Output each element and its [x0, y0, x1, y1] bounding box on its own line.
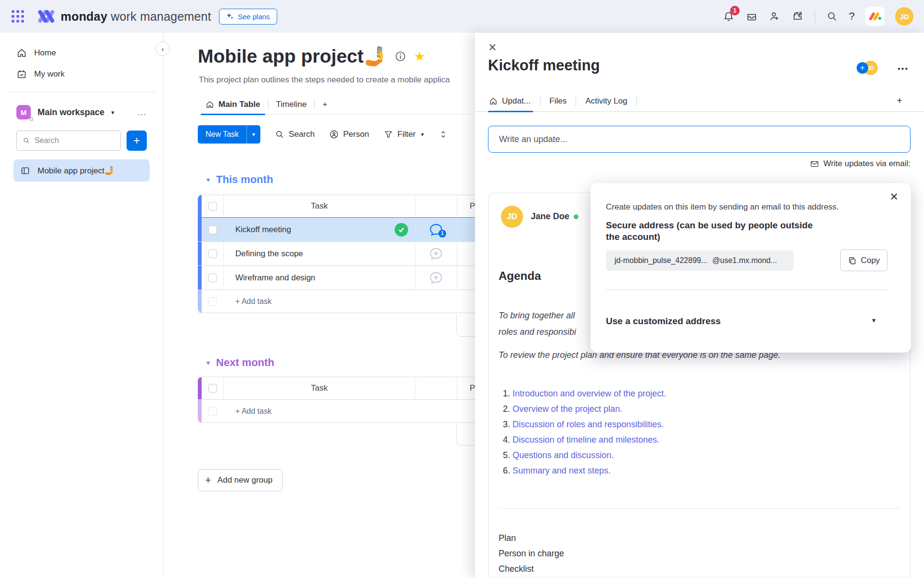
calendar-check-icon [16, 69, 27, 79]
sidebar-search-box[interactable] [16, 131, 121, 151]
tab-timeline[interactable]: Timeline [269, 94, 315, 115]
tab-main-table[interactable]: Main Table [198, 94, 268, 115]
agenda-link[interactable]: Introduction and overview of the project… [513, 389, 666, 398]
agenda-list: Introduction and overview of the project… [503, 386, 666, 478]
add-subscriber-icon[interactable]: + [857, 62, 868, 74]
secure-email-address[interactable]: jd-mobbin_pulse_422899... @use1.mx.mond.… [606, 250, 794, 271]
add-update-bubble-icon[interactable] [429, 271, 443, 285]
add-task-row[interactable]: + Add task [198, 289, 475, 313]
tab-activity-log[interactable]: Activity Log [578, 91, 634, 112]
updates-column-header [415, 377, 457, 399]
info-icon[interactable] [395, 51, 406, 62]
popup-divider [606, 289, 887, 290]
agenda-link[interactable]: Questions and discussion. [513, 450, 614, 460]
filter-button[interactable]: Filter ▾ [384, 130, 424, 139]
sort-button[interactable] [438, 130, 448, 139]
sidebar-item-board[interactable]: Mobile app project🤳 [13, 159, 150, 182]
apps-marketplace-icon[interactable] [792, 10, 804, 23]
item-subscribers[interactable]: + JD [857, 61, 878, 75]
help-icon[interactable]: ? [849, 10, 855, 23]
person-column-header[interactable]: P [457, 195, 475, 217]
filter-chevron-icon[interactable]: ▾ [421, 131, 424, 138]
person-cell[interactable] [457, 218, 475, 241]
copy-button[interactable]: Copy [840, 250, 887, 271]
group-collapse-chevron-icon[interactable]: ▾ [206, 359, 210, 367]
notifications-bell-icon[interactable]: 1 [722, 10, 735, 23]
use-customized-address-toggle[interactable]: Use a customized address [606, 316, 721, 327]
new-task-button[interactable]: New Task ▾ [198, 125, 260, 144]
tab-files[interactable]: Files [542, 91, 574, 112]
new-task-dropdown-icon[interactable]: ▾ [246, 125, 260, 144]
global-search-icon[interactable] [826, 10, 838, 23]
see-plans-button[interactable]: See plans [219, 9, 277, 25]
author-name[interactable]: Jane Doe [531, 211, 569, 222]
item-menu-icon[interactable]: ••• [898, 65, 909, 73]
sidebar-collapse-button[interactable]: ‹ [155, 41, 170, 56]
add-task-label[interactable]: + Add task [224, 400, 475, 422]
add-task-row[interactable]: + Add task [198, 399, 475, 422]
sidebar-search-input[interactable] [35, 136, 115, 145]
add-tab-icon[interactable]: + [897, 95, 911, 106]
task-name[interactable]: Wireframe and design [235, 273, 315, 283]
row-checkbox[interactable] [208, 274, 217, 282]
person-column-header[interactable]: P [457, 377, 475, 399]
app-window: monday work management See plans 1 [0, 0, 924, 578]
monday-mark-tile[interactable] [865, 7, 885, 26]
task-column-header[interactable]: Task [224, 377, 415, 399]
person-cell[interactable] [457, 266, 475, 289]
task-name[interactable]: Defining the scope [235, 249, 303, 259]
write-update-input[interactable] [488, 126, 911, 153]
add-update-bubble-icon[interactable] [429, 247, 443, 261]
group-collapse-chevron-icon[interactable]: ▾ [206, 176, 210, 184]
updates-bubble-icon[interactable]: 1 [429, 223, 443, 236]
add-task-label[interactable]: + Add task [224, 290, 475, 313]
author-name-row: Jane Doe [531, 211, 578, 222]
select-all-checkbox[interactable] [208, 202, 217, 210]
workspace-chevron-down-icon[interactable]: ▾ [111, 109, 115, 116]
updates-column-header [415, 195, 457, 217]
workspace-avatar[interactable]: M ⌂ [16, 105, 31, 119]
user-avatar[interactable]: JD [895, 7, 913, 26]
row-checkbox[interactable] [208, 225, 217, 234]
agenda-link[interactable]: Overview of the project plan. [513, 404, 622, 414]
inbox-icon[interactable] [745, 10, 758, 23]
task-name[interactable]: Kickoff meeting [235, 225, 291, 235]
author-avatar[interactable]: JD [501, 206, 523, 228]
board-title[interactable]: Mobile app project🤳 [198, 45, 387, 67]
panel-close-icon[interactable]: ✕ [488, 41, 497, 54]
person-filter-button[interactable]: Person [329, 130, 369, 139]
sidebar-item-my-work[interactable]: My work [7, 64, 156, 85]
post-paragraph-line: roles and responsibi [499, 327, 576, 337]
topbar-actions: 1 ? JD [722, 7, 913, 26]
row-checkbox[interactable] [208, 250, 217, 258]
add-new-group-button[interactable]: + Add new group [198, 469, 282, 491]
task-row-kickoff-meeting[interactable]: Kickoff meeting 1 [198, 217, 475, 241]
workspace-menu-icon[interactable]: ... [138, 108, 147, 117]
select-all-checkbox[interactable] [208, 384, 217, 393]
popup-close-icon[interactable]: ✕ [890, 191, 898, 203]
sidebar-item-home[interactable]: Home [7, 42, 156, 64]
agenda-link[interactable]: Discussion of timeline and milestones. [513, 435, 659, 445]
tab-updates[interactable]: Updat... [488, 91, 538, 112]
board-search-button[interactable]: Search [275, 130, 315, 139]
person-cell[interactable] [457, 242, 475, 265]
invite-members-icon[interactable] [769, 10, 781, 23]
tab-divider [636, 96, 637, 106]
sidebar-home-label: Home [34, 48, 56, 58]
task-row-wireframe-and-design[interactable]: Wireframe and design [198, 265, 475, 289]
group-summary-sliver [456, 423, 475, 446]
group-next-month-header[interactable]: ▾ Next month [206, 356, 274, 369]
write-updates-via-email-link[interactable]: Write updates via email: [810, 159, 911, 169]
task-column-header[interactable]: Task [224, 195, 415, 217]
agenda-link[interactable]: Discussion of roles and responsibilities… [513, 420, 664, 429]
sidebar-add-button[interactable]: + [127, 131, 147, 151]
task-row-defining-the-scope[interactable]: Defining the scope [198, 241, 475, 265]
tab-add-view[interactable]: + [315, 94, 335, 115]
favorite-star-icon[interactable]: ★ [414, 49, 425, 64]
search-icon [275, 130, 284, 139]
customized-address-chevron-icon[interactable]: ▾ [872, 316, 876, 325]
brand[interactable]: monday work management [38, 9, 211, 24]
apps-waffle-icon[interactable] [11, 9, 25, 24]
group-this-month-header[interactable]: ▾ This month [206, 173, 273, 186]
agenda-link[interactable]: Summary and next steps. [513, 466, 611, 475]
